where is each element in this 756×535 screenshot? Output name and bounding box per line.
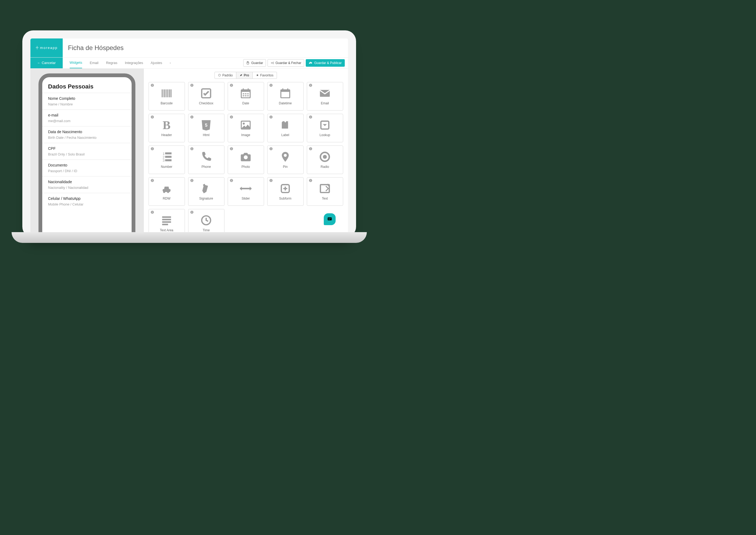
filter-favoritos[interactable]: Favoritos — [253, 72, 277, 78]
cancel-label: Cancelar — [42, 61, 56, 65]
field-placeholder: Brazil Only / Solo Brasil — [48, 152, 126, 156]
info-icon[interactable] — [309, 147, 312, 151]
widget-pin[interactable]: Pin — [267, 146, 304, 174]
tab-regras[interactable]: Regras — [106, 58, 117, 68]
info-icon[interactable] — [151, 147, 154, 151]
save-publish-button[interactable]: Guardar & Publicar — [306, 59, 344, 67]
image-icon — [240, 119, 252, 131]
widget-label: Photo — [242, 165, 250, 169]
textarea-icon — [161, 214, 172, 226]
widget-radio[interactable]: Radio — [307, 146, 343, 174]
laptop-frame: moreapp Ficha de Hóspedes ← Cancelar Wid… — [22, 30, 356, 238]
info-icon[interactable] — [269, 179, 273, 183]
widget-label: Barcode — [161, 101, 173, 105]
info-icon[interactable] — [190, 179, 194, 183]
preview-field[interactable]: Data de NascimentoBirth Date / Fecha Nas… — [42, 126, 131, 143]
gauge-icon — [218, 74, 221, 77]
info-icon[interactable] — [190, 147, 194, 151]
widget-label: Radio — [321, 165, 329, 169]
widget-label: Email — [321, 101, 329, 105]
widget-label[interactable]: Label — [267, 114, 304, 142]
header-icon — [161, 119, 172, 131]
field-label: CPF — [48, 146, 126, 151]
cancel-button[interactable]: ← Cancelar — [30, 58, 63, 68]
widget-number[interactable]: Number — [149, 146, 185, 174]
info-icon[interactable] — [309, 179, 312, 183]
widget-label: Time — [203, 228, 210, 232]
info-icon[interactable] — [190, 83, 194, 87]
info-icon[interactable] — [190, 210, 194, 214]
checkbox-icon — [200, 87, 212, 99]
widget-barcode[interactable]: Barcode — [149, 82, 185, 111]
info-icon[interactable] — [309, 115, 312, 119]
email-icon — [319, 87, 331, 99]
widget-phone[interactable]: Phone — [188, 146, 224, 174]
widget-datetime[interactable]: Datetime — [267, 82, 304, 111]
chat-fab[interactable] — [324, 213, 335, 225]
widget-checkbox[interactable]: Checkbox — [188, 82, 224, 111]
lookup-icon — [319, 119, 331, 131]
filter-padrão[interactable]: Padrão — [215, 72, 236, 78]
leaf-icon — [240, 74, 243, 77]
info-icon[interactable] — [151, 115, 154, 119]
widget-label: Lookup — [319, 133, 330, 137]
widget-label: Slider — [242, 197, 250, 200]
widget-rdw[interactable]: RDW — [149, 177, 185, 206]
save-button[interactable]: Guardar — [243, 59, 266, 67]
info-icon[interactable] — [230, 115, 233, 119]
widget-lookup[interactable]: Lookup — [307, 114, 343, 142]
info-icon[interactable] — [151, 83, 154, 87]
screen: moreapp Ficha de Hóspedes ← Cancelar Wid… — [30, 39, 348, 238]
rdw-icon — [161, 183, 172, 194]
widget-slider[interactable]: Slider — [228, 177, 264, 206]
time-icon — [200, 214, 212, 226]
info-icon[interactable] — [230, 83, 233, 87]
plant-icon — [35, 46, 39, 50]
chevron-left-icon[interactable]: ‹ — [169, 58, 171, 68]
filter-pro[interactable]: Pro — [236, 72, 253, 78]
preview-field[interactable]: Nome CompletoName / Nombre — [42, 93, 131, 109]
brand-logo[interactable]: moreapp — [30, 39, 63, 57]
info-icon[interactable] — [190, 115, 194, 119]
field-placeholder: Mobile Phone / Celular — [48, 202, 126, 206]
pin-icon — [279, 151, 291, 163]
preview-field[interactable]: CPFBrazil Only / Solo Brasil — [42, 143, 131, 159]
widget-label: RDW — [163, 197, 171, 200]
workspace: Dados Pessoais Nome CompletoName / Nombr… — [30, 69, 348, 238]
widget-grid: BarcodeCheckboxDateDatetimeEmailHeaderHt… — [144, 82, 348, 238]
tab-email[interactable]: Email — [90, 58, 99, 68]
preview-field[interactable]: DocumentoPassport / DNI / ID — [42, 159, 131, 176]
info-icon[interactable] — [230, 179, 233, 183]
save-close-button[interactable]: Guardar & Fechar — [268, 59, 304, 67]
tab-widgets[interactable]: Widgets — [70, 57, 82, 68]
widget-label: Number — [161, 165, 172, 169]
preview-field[interactable]: NacionalidadeNacionality / Nacionalidad — [42, 176, 131, 193]
info-icon[interactable] — [269, 83, 273, 87]
widget-email[interactable]: Email — [307, 82, 343, 111]
widget-html[interactable]: Html — [188, 114, 224, 142]
info-icon[interactable] — [269, 147, 273, 151]
info-icon[interactable] — [309, 83, 312, 87]
widget-signature[interactable]: Signature — [188, 177, 224, 206]
preview-field[interactable]: e-mailme@mail.com — [42, 109, 131, 126]
widget-date[interactable]: Date — [228, 82, 264, 111]
widget-subform[interactable]: Subform — [267, 177, 304, 206]
widget-label: Header — [161, 133, 172, 137]
label-icon — [279, 119, 291, 131]
widget-label: Text — [322, 197, 328, 200]
widget-header[interactable]: Header — [149, 114, 185, 142]
info-icon[interactable] — [151, 210, 154, 214]
tab-ajustes[interactable]: Ajustes — [151, 58, 162, 68]
info-icon[interactable] — [151, 179, 154, 183]
widget-text[interactable]: Text — [307, 177, 343, 206]
info-icon[interactable] — [269, 115, 273, 119]
preview-field[interactable]: Celular / WhatsAppMobile Phone / Celular — [42, 193, 131, 210]
info-icon[interactable] — [230, 147, 233, 151]
widget-image[interactable]: Image — [228, 114, 264, 142]
field-label: Documento — [48, 163, 126, 167]
action-buttons: Guardar Guardar & Fechar Guardar & Publi… — [243, 58, 348, 68]
tab-integrações[interactable]: Integrações — [125, 58, 143, 68]
widget-label: Label — [281, 133, 289, 137]
widget-label: Text Area — [160, 228, 173, 232]
widget-photo[interactable]: Photo — [228, 146, 264, 174]
